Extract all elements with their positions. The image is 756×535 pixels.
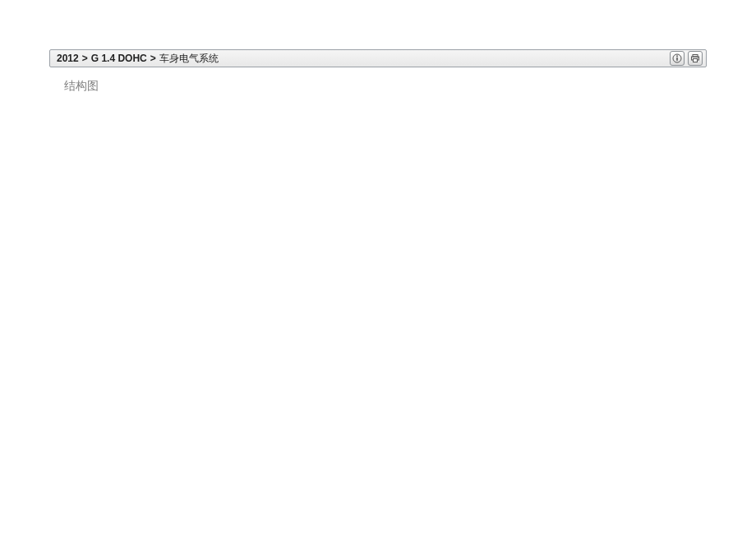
svg-point-6 <box>698 58 698 58</box>
header-bar: 2012 > G 1.4 DOHC > 车身电气系统 <box>49 49 707 67</box>
icon-group <box>670 51 703 66</box>
svg-rect-2 <box>676 58 678 61</box>
breadcrumb: 2012 > G 1.4 DOHC > 车身电气系统 <box>57 52 219 66</box>
breadcrumb-sep: > <box>150 53 156 64</box>
svg-point-1 <box>676 55 678 57</box>
svg-rect-5 <box>694 59 698 62</box>
breadcrumb-system: 车身电气系统 <box>159 52 219 66</box>
info-button[interactable] <box>670 51 685 66</box>
print-button[interactable] <box>688 51 703 66</box>
print-icon <box>690 53 700 63</box>
breadcrumb-sep: > <box>82 53 88 64</box>
breadcrumb-year: 2012 <box>57 53 79 64</box>
info-icon <box>672 53 682 63</box>
section-title: 结构图 <box>64 79 707 94</box>
breadcrumb-engine: G 1.4 DOHC <box>91 53 147 64</box>
